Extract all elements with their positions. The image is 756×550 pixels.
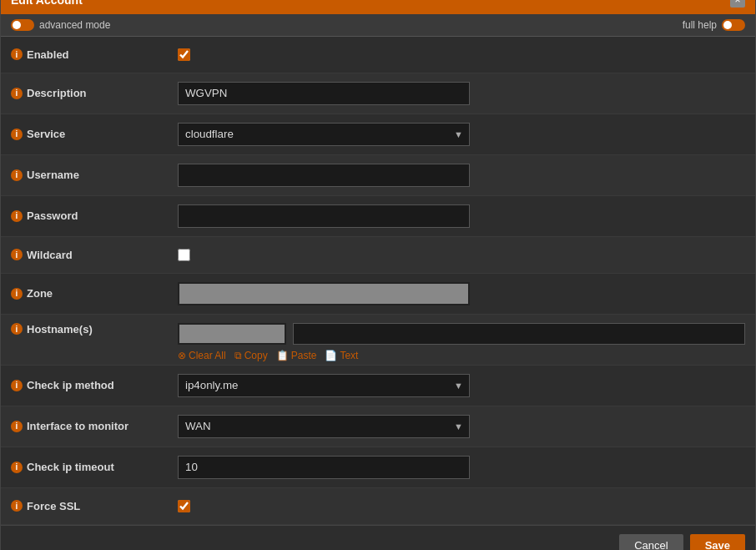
- clear-all-button[interactable]: ⊗ Clear All: [178, 350, 226, 361]
- service-info-icon[interactable]: i: [11, 129, 23, 140]
- full-help-label: full help: [683, 19, 717, 31]
- hostname-inputs-row: [178, 323, 745, 345]
- edit-account-dialog: Edit Account × advanced mode full help i…: [0, 0, 756, 550]
- interface-to-monitor-label-group: i Interface to monitor: [11, 420, 178, 432]
- service-label-group: i Service: [11, 128, 178, 140]
- description-label: Description: [27, 87, 87, 99]
- enabled-label: Enabled: [27, 48, 69, 61]
- wildcard-label-group: i Wildcard: [11, 249, 178, 261]
- interface-to-monitor-info-icon[interactable]: i: [11, 421, 23, 432]
- check-ip-method-label-group: i Check ip method: [11, 379, 178, 391]
- paste-icon: 📋: [276, 350, 289, 361]
- advanced-mode-group: advanced mode: [11, 19, 110, 31]
- zone-control: [178, 282, 745, 305]
- service-label: Service: [27, 128, 65, 140]
- force-ssl-row: i Force SSL: [1, 488, 755, 525]
- hostnames-label-group: i Hostname(s): [11, 323, 178, 336]
- interface-to-monitor-label: Interface to monitor: [27, 420, 129, 432]
- force-ssl-label-group: i Force SSL: [11, 500, 178, 512]
- force-ssl-info-icon[interactable]: i: [11, 500, 23, 512]
- wildcard-info-icon[interactable]: i: [11, 249, 23, 260]
- password-control: [178, 204, 745, 228]
- password-label: Password: [27, 209, 78, 222]
- check-ip-timeout-input[interactable]: [178, 456, 470, 479]
- interface-to-monitor-select[interactable]: WAN LAN OPT1 OPT2: [178, 415, 470, 438]
- check-ip-timeout-row: i Check ip timeout: [1, 447, 755, 488]
- paste-button[interactable]: 📋 Paste: [276, 350, 317, 361]
- password-info-icon[interactable]: i: [11, 210, 23, 222]
- wildcard-label: Wildcard: [27, 249, 73, 261]
- check-ip-method-control: ip4only.me ip6only.me ifconfig.co api.ip…: [178, 374, 745, 397]
- check-ip-method-row: i Check ip method ip4only.me ip6only.me …: [1, 366, 755, 406]
- description-info-icon[interactable]: i: [11, 88, 23, 99]
- wildcard-checkbox[interactable]: [178, 249, 190, 261]
- service-row: i Service cloudflare namecheap dyndns no…: [1, 114, 755, 155]
- zone-row: i Zone: [1, 274, 755, 315]
- enabled-info-icon[interactable]: i: [11, 48, 23, 60]
- username-control: [178, 164, 745, 187]
- wildcard-control: [178, 249, 745, 261]
- check-ip-timeout-label-group: i Check ip timeout: [11, 461, 178, 473]
- description-row: i Description: [1, 73, 755, 114]
- interface-to-monitor-row: i Interface to monitor WAN LAN OPT1 OPT2…: [1, 406, 755, 447]
- force-ssl-label: Force SSL: [27, 500, 80, 512]
- hostnames-info-icon[interactable]: i: [11, 323, 23, 335]
- cancel-button[interactable]: Cancel: [619, 534, 683, 551]
- force-ssl-control: [178, 500, 745, 512]
- enabled-label-group: i Enabled: [11, 48, 178, 61]
- copy-button[interactable]: ⧉ Copy: [234, 350, 268, 361]
- check-ip-timeout-info-icon[interactable]: i: [11, 462, 23, 473]
- advanced-mode-toggle[interactable]: [11, 19, 34, 31]
- check-ip-timeout-label: Check ip timeout: [27, 461, 114, 473]
- force-ssl-checkbox[interactable]: [178, 500, 190, 512]
- clear-all-icon: ⊗: [178, 350, 186, 361]
- hostname-extra-input[interactable]: [293, 323, 745, 345]
- zone-input[interactable]: [178, 282, 470, 305]
- interface-to-monitor-control: WAN LAN OPT1 OPT2 ▼: [178, 415, 745, 438]
- password-input[interactable]: [178, 204, 470, 228]
- zone-label: Zone: [27, 287, 53, 300]
- interface-to-monitor-select-wrapper: WAN LAN OPT1 OPT2 ▼: [178, 415, 470, 438]
- service-control: cloudflare namecheap dyndns noip other ▼: [178, 123, 745, 146]
- enabled-checkbox[interactable]: [178, 48, 190, 61]
- full-help-toggle[interactable]: [722, 19, 745, 31]
- text-icon: 📄: [325, 350, 337, 361]
- wildcard-row: i Wildcard: [1, 237, 755, 274]
- hostnames-label: Hostname(s): [27, 323, 93, 336]
- full-help-group: full help: [683, 19, 745, 31]
- description-label-group: i Description: [11, 87, 178, 99]
- text-button[interactable]: 📄 Text: [325, 350, 358, 361]
- username-label-group: i Username: [11, 169, 178, 181]
- password-label-group: i Password: [11, 209, 178, 222]
- service-select-wrapper: cloudflare namecheap dyndns noip other ▼: [178, 123, 470, 146]
- username-label: Username: [27, 169, 79, 181]
- check-ip-method-select-wrapper: ip4only.me ip6only.me ifconfig.co api.ip…: [178, 374, 470, 397]
- service-select[interactable]: cloudflare namecheap dyndns noip other: [178, 123, 470, 146]
- dialog-title: Edit Account: [11, 0, 83, 7]
- enabled-control: [178, 48, 745, 61]
- copy-icon: ⧉: [234, 350, 242, 361]
- check-ip-method-label: Check ip method: [27, 379, 114, 391]
- description-input[interactable]: [178, 82, 470, 105]
- dialog-topbar: advanced mode full help: [1, 14, 755, 37]
- dialog-titlebar: Edit Account ×: [1, 0, 755, 14]
- password-row: i Password: [1, 196, 755, 237]
- hostnames-row: i Hostname(s) ⊗ Clear All ⧉ Copy: [1, 315, 755, 366]
- check-ip-timeout-control: [178, 456, 745, 479]
- close-button[interactable]: ×: [730, 0, 745, 8]
- username-row: i Username: [1, 155, 755, 196]
- description-control: [178, 82, 745, 105]
- check-ip-method-info-icon[interactable]: i: [11, 380, 23, 391]
- check-ip-method-select[interactable]: ip4only.me ip6only.me ifconfig.co api.ip…: [178, 374, 470, 397]
- hostnames-control: ⊗ Clear All ⧉ Copy 📋 Paste 📄 Text: [178, 323, 745, 361]
- hostname-input[interactable]: [178, 323, 286, 345]
- zone-info-icon[interactable]: i: [11, 288, 23, 300]
- username-info-icon[interactable]: i: [11, 169, 23, 181]
- dialog-body: i Enabled i Description i Service: [1, 37, 755, 525]
- save-button[interactable]: Save: [690, 534, 745, 551]
- zone-label-group: i Zone: [11, 287, 178, 300]
- hostname-actions: ⊗ Clear All ⧉ Copy 📋 Paste 📄 Text: [178, 350, 745, 361]
- dialog-footer: Cancel Save: [1, 525, 755, 551]
- enabled-row: i Enabled: [1, 37, 755, 73]
- username-input[interactable]: [178, 164, 470, 187]
